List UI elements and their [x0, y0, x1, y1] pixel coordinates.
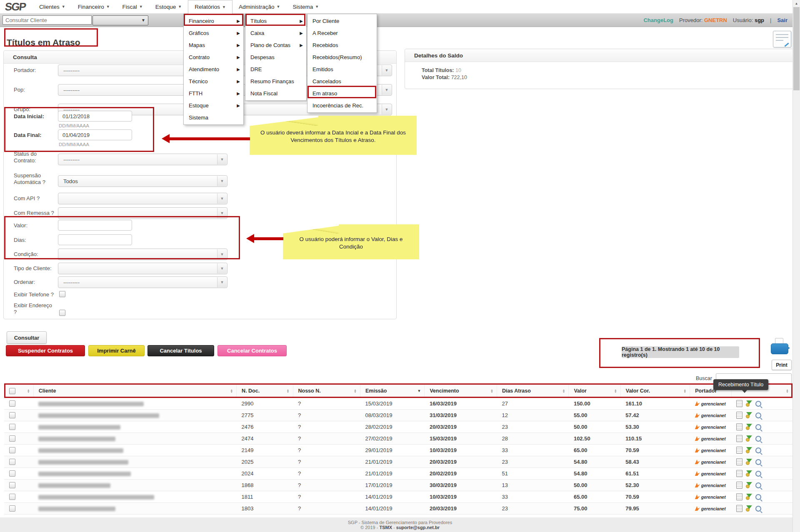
- recebimento-titulo-icon[interactable]: [746, 435, 752, 442]
- menu-item-a-receber[interactable]: A Receber: [308, 27, 377, 39]
- ordenar-select[interactable]: ---------▼: [58, 276, 228, 288]
- client-name-redacted[interactable]: [38, 413, 159, 418]
- imprimir-carne-button[interactable]: Imprimir Carnê: [88, 345, 145, 356]
- menu-item-mapas[interactable]: Mapas▶: [184, 39, 243, 51]
- dias-input[interactable]: [58, 234, 132, 245]
- col-vencimento[interactable]: Vencimento▲▼: [425, 385, 497, 398]
- row-checkbox[interactable]: [9, 400, 15, 407]
- sort-icon[interactable]: ▲▼: [614, 389, 617, 393]
- detalhes-icon[interactable]: [755, 471, 761, 477]
- exibir-telefone-checkbox[interactable]: [59, 291, 65, 297]
- print-button[interactable]: Print: [772, 360, 792, 370]
- nav-clientes[interactable]: Clientes▼: [33, 0, 72, 13]
- data-inicial-input[interactable]: 01/12/2018: [58, 111, 132, 122]
- boleto-icon[interactable]: [736, 412, 742, 419]
- nav-estoque[interactable]: Estoque▼: [149, 0, 188, 13]
- menu-item-por-cliente[interactable]: Por Cliente: [308, 15, 377, 27]
- menu-item-resumo-financas[interactable]: Resumo Finanças: [245, 75, 306, 87]
- row-checkbox[interactable]: [9, 470, 15, 477]
- menu-item-recebidos[interactable]: Recebidos: [308, 39, 377, 51]
- sort-icon[interactable]: ▲▼: [27, 389, 30, 393]
- detalhes-icon[interactable]: [755, 436, 761, 442]
- client-name-redacted[interactable]: [38, 425, 120, 430]
- consultar-button[interactable]: Consultar: [7, 331, 47, 344]
- row-checkbox[interactable]: [9, 435, 15, 442]
- client-name-redacted[interactable]: [38, 507, 115, 511]
- vertical-scrollbar[interactable]: ▲: [792, 0, 800, 532]
- status-contrato-select[interactable]: ---------▼: [58, 154, 228, 165]
- detalhes-icon[interactable]: [755, 506, 761, 512]
- menu-item-titulos[interactable]: Títulos▶: [245, 15, 306, 27]
- recebimento-titulo-icon[interactable]: [746, 459, 752, 465]
- sort-icon[interactable]: ▲▼: [562, 389, 565, 393]
- client-name-redacted[interactable]: [38, 483, 110, 488]
- nav-sistema[interactable]: Sistema▼: [286, 0, 325, 13]
- boleto-icon[interactable]: [736, 423, 742, 430]
- menu-item-graficos[interactable]: Gráficos▶: [184, 27, 243, 39]
- exibir-endereco-checkbox[interactable]: [59, 310, 65, 316]
- recebimento-titulo-icon[interactable]: [746, 505, 752, 512]
- sgp-logo[interactable]: SGP: [4, 0, 26, 13]
- recebimento-titulo-icon[interactable]: [746, 447, 752, 453]
- suspensao-select[interactable]: Todos▼: [58, 175, 228, 187]
- col-n-doc[interactable]: N. Doc.▲▼: [237, 385, 293, 398]
- logout-link[interactable]: Sair: [777, 17, 788, 23]
- detalhes-icon[interactable]: [755, 494, 761, 500]
- menu-item-sistema[interactable]: Sistema: [184, 112, 243, 124]
- recebimento-titulo-icon[interactable]: [746, 412, 752, 418]
- client-name-redacted[interactable]: [38, 437, 115, 441]
- client-search-type-select[interactable]: ▼: [92, 15, 148, 25]
- sort-icon[interactable]: ▲▼: [683, 389, 686, 393]
- sort-icon[interactable]: ▲▼: [786, 389, 789, 393]
- menu-item-caixa[interactable]: Caixa▶: [245, 27, 306, 39]
- nav-fiscal[interactable]: Fiscal▼: [116, 0, 149, 13]
- menu-item-nota-fiscal[interactable]: Nota Fiscal: [245, 87, 306, 99]
- menu-item-tecnico[interactable]: Técnico▶: [184, 75, 243, 87]
- row-checkbox[interactable]: [9, 412, 15, 418]
- valor-input[interactable]: [58, 220, 132, 231]
- row-checkbox[interactable]: [9, 447, 15, 453]
- nav-relatorios[interactable]: Relatórios▼: [188, 0, 232, 14]
- data-final-input[interactable]: 01/04/2019: [58, 129, 132, 140]
- boleto-icon[interactable]: [736, 447, 742, 454]
- row-checkbox[interactable]: [9, 482, 15, 488]
- sort-icon[interactable]: ▲▼: [287, 389, 290, 393]
- row-checkbox[interactable]: [9, 505, 15, 512]
- client-name-redacted[interactable]: [38, 472, 131, 476]
- suspender-contratos-button[interactable]: Suspender Contratos: [6, 345, 85, 356]
- printer-icon[interactable]: [770, 338, 788, 358]
- boleto-icon[interactable]: [736, 470, 742, 477]
- menu-item-financeiro[interactable]: Financeiro▶: [184, 15, 243, 27]
- menu-item-ftth[interactable]: FTTH▶: [184, 87, 243, 99]
- menu-item-recebidos-resumo[interactable]: Recebidos(Resumo): [308, 51, 377, 63]
- recebimento-titulo-icon[interactable]: [746, 470, 752, 477]
- menu-item-cancelados[interactable]: Cancelados: [308, 75, 377, 87]
- menu-item-dre[interactable]: DRE: [245, 63, 306, 75]
- client-search-input[interactable]: [2, 15, 92, 25]
- col-emissao[interactable]: Emissão▼: [360, 385, 424, 398]
- recebimento-titulo-icon[interactable]: [746, 400, 752, 407]
- col-cliente[interactable]: Cliente▲▼: [33, 385, 236, 398]
- detalhes-icon[interactable]: [755, 424, 761, 430]
- boleto-icon[interactable]: [736, 493, 742, 500]
- detalhes-icon[interactable]: [755, 401, 761, 407]
- col-valor[interactable]: Valor▲▼: [569, 385, 620, 398]
- boleto-icon[interactable]: [736, 435, 742, 442]
- boleto-icon[interactable]: [736, 400, 742, 407]
- menu-item-atendimento[interactable]: Atendimento▶: [184, 63, 243, 75]
- client-name-redacted[interactable]: [38, 448, 123, 453]
- row-checkbox[interactable]: [9, 494, 15, 500]
- com-remessa-select[interactable]: ▼: [58, 207, 228, 219]
- col-nosso-n[interactable]: Nosso N.▲▼: [293, 385, 360, 398]
- client-name-redacted[interactable]: [38, 402, 144, 406]
- recebimento-titulo-icon[interactable]: [746, 424, 752, 430]
- document-print-icon[interactable]: [773, 31, 791, 47]
- menu-item-despesas[interactable]: Despesas: [245, 51, 306, 63]
- changelog-link[interactable]: ChangeLog: [643, 17, 673, 23]
- recebimento-titulo-icon[interactable]: [746, 494, 752, 500]
- condicao-select[interactable]: ▼: [58, 249, 228, 260]
- boleto-icon[interactable]: [736, 505, 742, 512]
- footer-email[interactable]: suporte@sgp.net.br: [396, 525, 440, 530]
- com-api-select[interactable]: ▼: [58, 193, 228, 204]
- detalhes-icon[interactable]: [755, 482, 761, 488]
